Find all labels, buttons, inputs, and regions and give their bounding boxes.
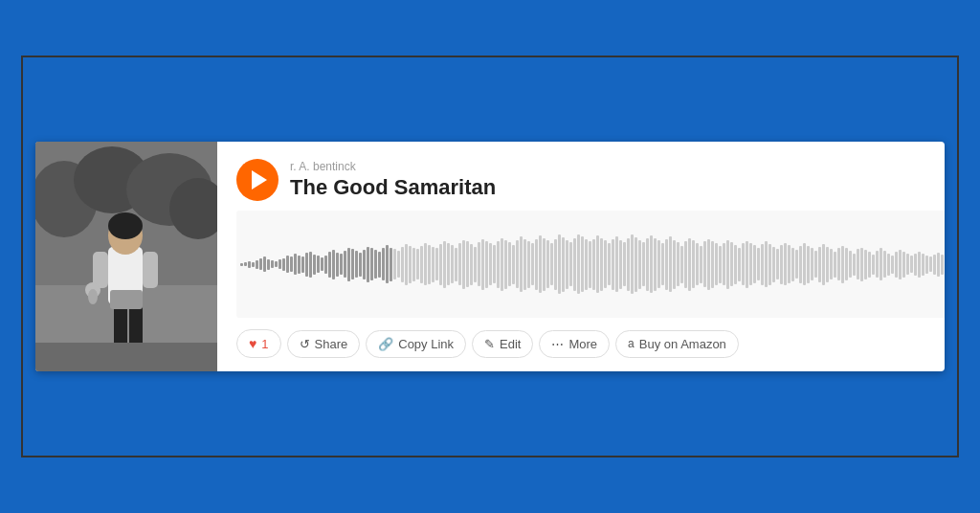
waveform-bar[interactable]: [899, 250, 902, 279]
waveform-bar[interactable]: [700, 246, 702, 283]
waveform-bar[interactable]: [478, 242, 480, 286]
waveform-bar[interactable]: [573, 238, 576, 291]
waveform-bar[interactable]: [734, 245, 737, 284]
waveform-bar[interactable]: [665, 239, 668, 290]
waveform-bar[interactable]: [780, 245, 783, 284]
waveform-bar[interactable]: [382, 248, 385, 280]
waveform-bar[interactable]: [925, 256, 928, 274]
waveform-bar[interactable]: [811, 248, 813, 280]
waveform-bar[interactable]: [485, 241, 488, 288]
waveform-bar[interactable]: [596, 235, 599, 293]
waveform-bar[interactable]: [684, 241, 687, 288]
waveform-bar[interactable]: [294, 254, 297, 275]
waveform-bar[interactable]: [508, 242, 511, 286]
waveform-bar[interactable]: [638, 240, 641, 289]
waveform-bar[interactable]: [432, 247, 434, 282]
waveform-bar[interactable]: [340, 254, 343, 275]
waveform-bar[interactable]: [788, 245, 791, 283]
artist-name[interactable]: r. A. bentinck: [290, 160, 496, 173]
waveform-bar[interactable]: [776, 249, 779, 279]
waveform-bar[interactable]: [336, 253, 339, 277]
waveform-bar[interactable]: [324, 256, 327, 274]
waveform-bar[interactable]: [447, 243, 450, 285]
waveform-bar[interactable]: [321, 257, 323, 271]
waveform-bar[interactable]: [837, 248, 840, 280]
waveform-bar[interactable]: [351, 249, 354, 279]
amazon-button[interactable]: a Buy on Amazon: [615, 330, 739, 358]
waveform-bar[interactable]: [795, 250, 798, 279]
waveform-bar[interactable]: [891, 256, 894, 274]
waveform-bar[interactable]: [757, 248, 760, 280]
waveform-bar[interactable]: [612, 239, 614, 290]
waveform-bar[interactable]: [880, 248, 882, 280]
waveform-bar[interactable]: [497, 241, 500, 288]
waveform-bar[interactable]: [546, 240, 549, 288]
waveform-bar[interactable]: [799, 246, 802, 283]
waveform-bar[interactable]: [420, 246, 423, 283]
waveform-bar[interactable]: [462, 240, 465, 289]
waveform-bar[interactable]: [784, 243, 787, 285]
waveform-bar[interactable]: [906, 254, 909, 275]
waveform-bar[interactable]: [512, 245, 515, 284]
waveform-bar[interactable]: [857, 249, 859, 279]
waveform-bar[interactable]: [428, 245, 431, 284]
waveform-bar[interactable]: [914, 254, 917, 276]
waveform-bar[interactable]: [397, 251, 400, 278]
waveform-bar[interactable]: [635, 237, 637, 292]
waveform-bar[interactable]: [608, 243, 611, 285]
waveform-bar[interactable]: [527, 241, 530, 288]
waveform-bar[interactable]: [627, 238, 630, 291]
waveform-bar[interactable]: [393, 249, 396, 279]
waveform-bar[interactable]: [455, 248, 457, 281]
waveform-bar[interactable]: [922, 254, 924, 276]
waveform-bar[interactable]: [707, 239, 710, 290]
waveform-bar[interactable]: [374, 250, 377, 279]
waveform-bar[interactable]: [746, 241, 748, 288]
waveform-bar[interactable]: [516, 240, 519, 288]
waveform-bar[interactable]: [558, 234, 561, 294]
waveform-bar[interactable]: [439, 244, 442, 285]
waveform-bar[interactable]: [615, 236, 618, 292]
waveform-bar[interactable]: [600, 238, 603, 291]
waveform-bar[interactable]: [569, 242, 572, 286]
waveform-bar[interactable]: [301, 256, 304, 273]
waveform-bar[interactable]: [443, 241, 446, 288]
waveform-bar[interactable]: [305, 253, 308, 277]
waveform-bar[interactable]: [742, 243, 745, 285]
waveform-bar[interactable]: [577, 234, 580, 294]
waveform-bar[interactable]: [730, 242, 733, 286]
more-button[interactable]: ⋯ More: [539, 330, 610, 358]
waveform-bar[interactable]: [772, 247, 775, 282]
waveform-bar[interactable]: [474, 247, 477, 282]
waveform-bar[interactable]: [860, 248, 863, 281]
waveform-bar[interactable]: [803, 243, 806, 285]
waveform-bar[interactable]: [535, 239, 538, 290]
waveform-bar[interactable]: [933, 255, 936, 275]
waveform-bar[interactable]: [290, 256, 293, 272]
waveform-bar[interactable]: [263, 256, 266, 272]
waveform-bar[interactable]: [278, 259, 281, 269]
waveform-bar[interactable]: [347, 248, 350, 281]
waveform-bar[interactable]: [868, 252, 871, 278]
waveform-bar[interactable]: [669, 236, 672, 292]
waveform-bar[interactable]: [830, 249, 833, 279]
waveform-bar[interactable]: [412, 248, 415, 281]
waveform-bar[interactable]: [711, 241, 714, 288]
waveform-bar[interactable]: [876, 251, 879, 278]
waveform-bar[interactable]: [910, 256, 913, 273]
waveform-bar[interactable]: [791, 248, 794, 281]
waveform-bar[interactable]: [719, 246, 722, 283]
waveform-bar[interactable]: [631, 234, 634, 294]
waveform-bar[interactable]: [814, 251, 817, 278]
waveform-bar[interactable]: [504, 240, 507, 289]
waveform-bar[interactable]: [657, 240, 660, 288]
waveform-bar[interactable]: [458, 243, 461, 285]
waveform-bar[interactable]: [370, 248, 373, 280]
waveform-bar[interactable]: [818, 247, 821, 282]
waveform-bar[interactable]: [723, 243, 725, 285]
waveform-bar[interactable]: [581, 236, 584, 292]
waveform-bar[interactable]: [309, 252, 312, 278]
waveform-bar[interactable]: [298, 256, 301, 274]
waveform-bar[interactable]: [761, 244, 764, 285]
waveform-bar[interactable]: [592, 239, 595, 290]
